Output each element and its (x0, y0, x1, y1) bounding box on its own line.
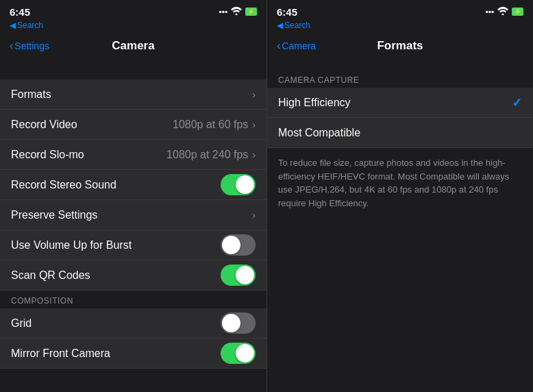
wifi-icon (231, 7, 242, 17)
status-time-right: 6:45 (277, 6, 297, 18)
record-slomo-chevron: › (252, 149, 256, 160)
grid-toggle[interactable] (221, 313, 256, 334)
volume-burst-toggle[interactable] (221, 234, 256, 256)
record-stereo-thumb (236, 175, 254, 194)
back-button-left[interactable]: ‹ Settings (10, 40, 49, 52)
search-back-label[interactable]: Search (17, 21, 43, 30)
page-title-right: Formats (377, 39, 423, 53)
scan-qr-label: Scan QR Codes (11, 269, 221, 282)
preserve-settings-label: Preserve Settings (11, 209, 252, 221)
nav-bar-right: ‹ Camera Formats (267, 34, 533, 59)
formats-chevron: › (252, 89, 256, 100)
grid-label: Grid (11, 317, 221, 330)
formats-list: CAMERA CAPTURE High Efficiency ✓ Most Co… (267, 59, 533, 392)
settings-row-grid: Grid (0, 308, 266, 339)
status-icons-right: ▪▪▪ ⚡ (485, 7, 523, 17)
battery-icon-right: ⚡ (512, 8, 523, 16)
back-button-right[interactable]: ‹ Camera (277, 40, 316, 52)
wifi-icon-right (497, 7, 508, 17)
status-bar-right: 6:45 ▪▪▪ ⚡ (267, 0, 533, 21)
camera-capture-header: CAMERA CAPTURE (267, 70, 533, 88)
settings-row-record-slomo[interactable]: Record Slo-mo 1080p at 240 fps › (0, 140, 266, 170)
signal-icon: ▪▪▪ (219, 7, 227, 16)
mirror-front-toggle[interactable] (221, 343, 256, 364)
nav-bar-left: ‹ Settings Camera (0, 34, 266, 59)
volume-burst-label: Use Volume Up for Burst (11, 239, 221, 252)
status-time-left: 6:45 (10, 6, 30, 18)
grid-thumb (222, 314, 240, 332)
formats-panel: 6:45 ▪▪▪ ⚡ ◀ Search ‹ Camera Formats (266, 0, 533, 392)
main-settings-group: Formats › Record Video 1080p at 60 fps ›… (0, 59, 266, 291)
settings-list: Formats › Record Video 1080p at 60 fps ›… (0, 59, 266, 392)
composition-header: COMPOSITION (0, 291, 266, 308)
back-label-left[interactable]: Settings (14, 40, 49, 51)
scan-qr-toggle[interactable] (221, 265, 256, 286)
formats-label: Formats (11, 88, 252, 101)
settings-row-mirror-front: Mirror Front Camera (0, 339, 266, 369)
preserve-settings-chevron: › (252, 210, 256, 221)
record-slomo-value: 1080p at 240 fps (166, 149, 248, 161)
battery-icon: ⚡ (245, 8, 257, 16)
search-back-right[interactable]: ◀ Search (277, 21, 523, 30)
svg-point-0 (236, 13, 238, 15)
search-back-label-right[interactable]: Search (284, 21, 310, 30)
record-stereo-label: Record Stereo Sound (11, 179, 221, 191)
format-row-high-efficiency[interactable]: High Efficiency ✓ (267, 88, 533, 118)
settings-row-formats[interactable]: Formats › (0, 79, 266, 110)
format-row-most-compatible[interactable]: Most Compatible (267, 118, 533, 148)
status-icons-left: ▪▪▪ ⚡ (219, 7, 257, 17)
settings-row-volume-burst: Use Volume Up for Burst (0, 230, 266, 260)
record-video-value: 1080p at 60 fps (173, 119, 248, 131)
most-compatible-label: Most Compatible (278, 127, 360, 139)
settings-row-record-stereo: Record Stereo Sound (0, 170, 266, 200)
record-video-chevron: › (252, 119, 256, 130)
mirror-front-label: Mirror Front Camera (11, 347, 221, 360)
svg-point-1 (502, 13, 504, 15)
mirror-front-thumb (236, 344, 254, 363)
page-title-left: Camera (112, 39, 154, 53)
record-stereo-toggle[interactable] (221, 174, 256, 195)
format-description: To reduce file size, capture photos and … (267, 148, 533, 218)
search-back-chevron-right: ◀ (277, 21, 283, 30)
sub-nav-right: ◀ Search (267, 21, 533, 34)
high-efficiency-label: High Efficiency (278, 97, 351, 109)
high-efficiency-checkmark: ✓ (512, 95, 522, 110)
search-back-chevron: ◀ (10, 21, 16, 30)
volume-burst-thumb (222, 236, 240, 254)
back-label-right[interactable]: Camera (282, 40, 316, 51)
record-slomo-label: Record Slo-mo (11, 149, 166, 161)
settings-row-scan-qr: Scan QR Codes (0, 260, 266, 291)
sub-nav-left: ◀ Search (0, 21, 266, 34)
scan-qr-thumb (236, 266, 254, 284)
record-video-label: Record Video (11, 119, 173, 131)
back-chevron-left: ‹ (10, 40, 13, 52)
composition-group: COMPOSITION Grid Mirror Front Camera (0, 291, 266, 369)
signal-icon-right: ▪▪▪ (485, 7, 494, 16)
back-chevron-right: ‹ (277, 40, 280, 52)
status-bar-left: 6:45 ▪▪▪ ⚡ (0, 0, 266, 21)
settings-row-preserve[interactable]: Preserve Settings › (0, 200, 266, 230)
settings-row-record-video[interactable]: Record Video 1080p at 60 fps › (0, 110, 266, 140)
camera-settings-panel: 6:45 ▪▪▪ ⚡ ◀ Search ‹ Settings Camera (0, 0, 266, 392)
search-back-left[interactable]: ◀ Search (10, 21, 257, 30)
